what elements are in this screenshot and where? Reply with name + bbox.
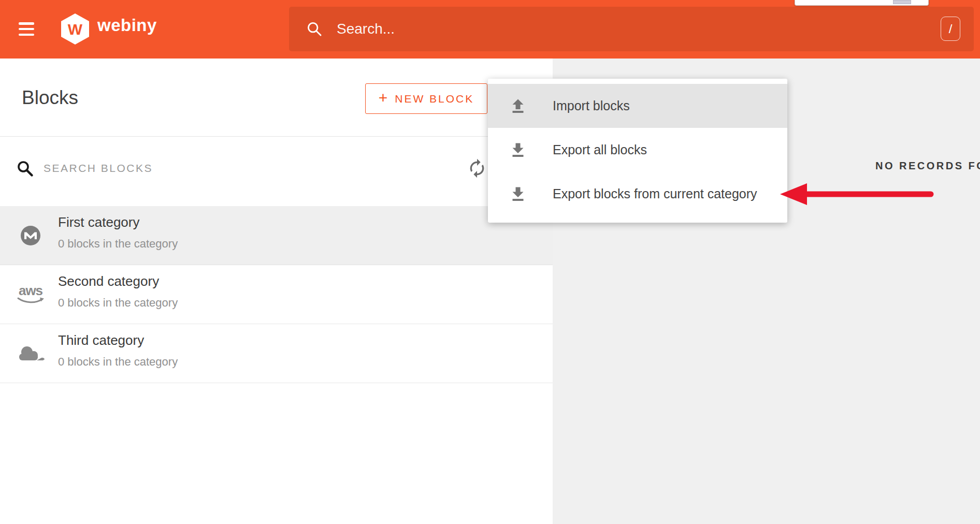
no-records-text: NO RECORDS FOU [875,160,980,172]
upload-icon [509,97,527,115]
download-icon [509,185,527,203]
page-header: Blocks + NEW BLOCK [0,59,553,137]
hamburger-menu-icon[interactable] [19,22,34,36]
monero-icon [16,206,46,265]
new-block-button[interactable]: + NEW BLOCK [365,83,487,114]
category-title: First category [58,214,140,230]
category-subtitle: 0 blocks in the category [58,237,178,251]
menu-item-export-blocks-current-category[interactable]: Export blocks from current category [488,172,787,216]
search-blocks-input[interactable]: SEARCH BLOCKS [0,137,553,206]
category-row-second[interactable]: aws Second category 0 blocks in the cate… [0,265,553,324]
popup-chip [893,0,911,4]
menu-item-label: Export all blocks [553,142,647,157]
page-title: Blocks [22,87,78,109]
search-blocks-placeholder: SEARCH BLOCKS [44,162,153,174]
refresh-icon[interactable] [467,158,487,179]
import-export-dropdown-menu: Import blocks Export all blocks Export b… [488,79,787,223]
download-icon [509,141,527,159]
menu-item-label: Export blocks from current category [553,186,757,201]
plus-icon: + [379,90,388,106]
aws-wordmark: aws [19,285,42,296]
top-bar: W webiny Search... / [0,0,980,59]
new-block-label: NEW BLOCK [395,93,474,105]
category-subtitle: 0 blocks in the category [58,355,178,369]
search-blocks-icon [16,159,34,178]
slash-shortcut-badge: / [941,17,960,41]
search-icon [306,20,323,38]
aws-icon: aws [16,265,46,324]
menu-item-label: Import blocks [553,98,630,113]
category-subtitle: 0 blocks in the category [58,296,178,310]
global-search-placeholder: Search... [337,21,395,37]
category-list: First category 0 blocks in the category … [0,206,553,383]
menu-item-import-blocks[interactable]: Import blocks [488,84,787,128]
webiny-admin-screen: W webiny Search... / Blocks + NEW BLOCK [0,0,980,524]
blocks-list-panel: Blocks + NEW BLOCK SEARCH BLOCKS [0,59,553,524]
cloudflare-icon [16,324,46,383]
menu-item-export-all-blocks[interactable]: Export all blocks [488,128,787,172]
category-row-third[interactable]: Third category 0 blocks in the category [0,324,553,383]
category-title: Third category [58,332,144,348]
category-row-first[interactable]: First category 0 blocks in the category [0,206,553,265]
webiny-logo[interactable]: W webiny [60,10,157,48]
webiny-hexagon-icon: W [60,13,90,45]
global-search-input[interactable]: Search... / [289,7,974,51]
logo-wordmark: webiny [97,16,157,35]
svg-text:W: W [68,21,83,38]
category-title: Second category [58,273,159,289]
browser-popup-sliver [795,0,929,6]
